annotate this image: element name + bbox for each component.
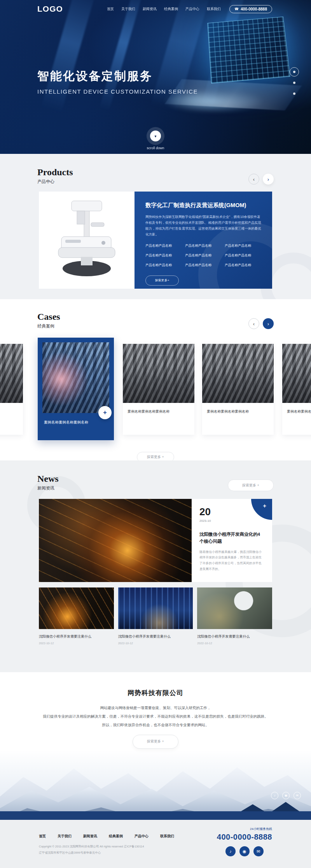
product-link[interactable]: 产品名称产品名称 xyxy=(225,263,261,268)
nav-item-products[interactable]: 产品中心 xyxy=(185,7,199,12)
about-more-button[interactable]: 探索更多 + xyxy=(133,735,178,749)
footer-phone: 400-0000-8888 xyxy=(217,833,272,842)
prev-button[interactable]: ‹ xyxy=(248,174,259,185)
products-header: Products 产品中心 ‹ › xyxy=(37,167,274,185)
about-section: 网势科技有限公司 网站建设与网络营销是一项需要创意、策划、可以深入研究的工作， … xyxy=(0,672,311,750)
featured-title[interactable]: 沈阳微信小程序开发商业化的4个核心问题 xyxy=(199,531,264,545)
chevron-left-icon: ‹ xyxy=(253,321,255,327)
case-image: + xyxy=(42,342,109,413)
wechat-icon[interactable]: ✉ xyxy=(253,846,264,856)
nav-item-about[interactable]: 关于我们 xyxy=(121,7,135,12)
footer-link-about[interactable]: 关于我们 xyxy=(58,834,72,839)
case-card[interactable]: 案例名称案例名称案例名称 xyxy=(0,344,23,435)
prev-button[interactable]: ‹ xyxy=(248,318,259,329)
products-arrows: ‹ › xyxy=(248,174,274,185)
plus-icon: + xyxy=(263,502,266,509)
top-navbar: LOGO 首页 关于我们 新闻资讯 经典案例 产品中心 联系我们 ☎ 400-0… xyxy=(0,0,311,18)
product-slide: 数字化工厂制造执行及营运系统(GMOM) 网势科技作为深耕互联网数字化领域的“国… xyxy=(39,192,272,289)
hotline-label: 24小时服务热线 xyxy=(250,827,272,831)
plus-icon[interactable]: + xyxy=(98,406,112,419)
news-section: News 新闻资讯 探索更多 + + 20 2023-10 沈阳微信小程序开发商… xyxy=(0,460,311,672)
next-button[interactable]: › xyxy=(263,318,274,329)
hero-pagination xyxy=(293,71,295,95)
company-intro: 网站建设与网络营销是一项需要创意、策划、可以深入研究的工作， 我们提供专业的设计… xyxy=(0,704,311,729)
product-image xyxy=(54,199,120,281)
page: LOGO 首页 关于我们 新闻资讯 经典案例 产品中心 联系我们 ☎ 400-0… xyxy=(0,0,311,868)
company-name: 网势科技有限公司 xyxy=(0,688,311,697)
case-label: 案例名称案例名称案例名称 xyxy=(0,403,23,414)
news-image xyxy=(39,587,114,629)
products-more-button[interactable]: 探索更多+ xyxy=(145,275,179,286)
hero-dot[interactable] xyxy=(293,92,295,95)
next-button[interactable]: › xyxy=(263,174,274,185)
nav-item-news[interactable]: 新闻资讯 xyxy=(143,7,157,12)
cases-more-button[interactable]: 探索更多 + xyxy=(137,452,174,460)
footer-link-cases[interactable]: 经典案例 xyxy=(109,834,123,839)
news-date: 2022-10-12 xyxy=(39,641,114,645)
mountain-banner: ♪ ◉ ✉ xyxy=(0,750,311,820)
circuit-cube-image xyxy=(207,17,290,84)
footer-link-contact[interactable]: 联系我们 xyxy=(160,834,174,839)
footer-link-products[interactable]: 产品中心 xyxy=(135,834,149,839)
product-link[interactable]: 产品名称产品名称 xyxy=(225,244,261,248)
product-link[interactable]: 产品名称产品名称 xyxy=(185,244,222,248)
product-title[interactable]: 数字化工厂制造执行及营运系统(GMOM) xyxy=(145,202,261,209)
footer-social: ♪ ◉ ✉ xyxy=(225,846,264,856)
product-link[interactable]: 产品名称产品名称 xyxy=(185,253,222,258)
news-more-button[interactable]: 探索更多 + xyxy=(228,479,274,491)
hotline-button[interactable]: ☎ 400-0000-8888 xyxy=(229,5,272,13)
mountain-image xyxy=(0,750,311,820)
hotline-number: 400-0000-8888 xyxy=(241,7,267,11)
footer-link-home[interactable]: 首页 xyxy=(39,834,46,839)
news-item[interactable]: 沈阳微信小程序开发需要注意什么 2022-10-12 xyxy=(118,587,193,645)
copyright: Copyright © 2011-2023 沈阳网势科技有限公司 All rig… xyxy=(39,845,174,849)
chevron-left-icon: ‹ xyxy=(253,176,255,182)
scroll-down-button[interactable]: ▾ xyxy=(150,131,161,141)
case-image xyxy=(202,344,274,403)
cases-arrows: ‹ › xyxy=(248,318,274,329)
news-image xyxy=(197,587,272,629)
news-image xyxy=(118,587,193,629)
logo[interactable]: LOGO xyxy=(37,4,63,14)
weibo-icon[interactable]: ◉ xyxy=(282,792,290,799)
product-image-card[interactable] xyxy=(39,192,135,289)
case-image xyxy=(0,344,23,403)
featured-news-image[interactable] xyxy=(39,499,192,582)
nav-item-contact[interactable]: 联系我们 xyxy=(207,7,221,12)
nav-item-home[interactable]: 首页 xyxy=(107,7,114,12)
product-links: 产品名称产品名称 产品名称产品名称 产品名称产品名称 产品名称产品名称 产品名称… xyxy=(145,244,261,268)
case-card-active[interactable]: + 案例名称案例名称案例名称 xyxy=(38,338,114,440)
product-link[interactable]: 产品名称产品名称 xyxy=(145,253,182,258)
product-link[interactable]: 产品名称产品名称 xyxy=(145,263,182,268)
wechat-icon[interactable]: ✉ xyxy=(294,792,301,799)
hero-title: 智能化设备定制服务 xyxy=(37,68,198,84)
intro-line: 所以，我们即使放弃合作机会，也不会做不符合专业要求的网站。 xyxy=(0,721,311,729)
cases-section: Cases 经典案例 ‹ › 案例名称案例名称案例名称 + 案例名称案例名称案例… xyxy=(0,299,311,460)
news-item[interactable]: 沈阳微信小程序开发需要注意什么 2022-10-12 xyxy=(197,587,272,645)
scroll-down: ▾ scroll down xyxy=(0,131,311,150)
footer: 首页 关于我们 新闻资讯 经典案例 产品中心 联系我们 Copyright © … xyxy=(0,820,311,868)
case-card[interactable]: 案例名称案例名称案例名称 xyxy=(123,344,194,435)
product-link[interactable]: 产品名称产品名称 xyxy=(225,253,261,258)
nav-item-cases[interactable]: 经典案例 xyxy=(164,7,178,12)
cases-heading: Cases xyxy=(37,312,60,322)
case-label: 案例名称案例名称案例名称 xyxy=(202,403,274,414)
weibo-icon[interactable]: ◉ xyxy=(239,846,250,856)
product-link[interactable]: 产品名称产品名称 xyxy=(145,244,182,248)
douyin-icon[interactable]: ♪ xyxy=(225,846,236,856)
news-item[interactable]: 沈阳微信小程序开发需要注意什么 2022-10-12 xyxy=(39,587,114,645)
news-title[interactable]: 沈阳微信小程序开发需要注意什么 xyxy=(39,634,114,639)
case-image xyxy=(123,344,194,403)
news-title[interactable]: 沈阳微信小程序开发需要注意什么 xyxy=(197,634,272,639)
douyin-icon[interactable]: ♪ xyxy=(271,792,278,799)
hero-dot[interactable] xyxy=(293,82,295,84)
case-card[interactable]: 案例名称案例名称案例名称 xyxy=(282,344,311,435)
product-link[interactable]: 产品名称产品名称 xyxy=(185,263,222,268)
footer-link-news[interactable]: 新闻资讯 xyxy=(83,834,97,839)
phone-icon: ☎ xyxy=(234,7,239,11)
news-title[interactable]: 沈阳微信小程序开发需要注意什么 xyxy=(118,634,193,639)
hero-dot-active[interactable] xyxy=(293,71,295,73)
products-heading: Products xyxy=(37,167,73,178)
featured-news-card[interactable]: + 20 2023-10 沈阳微信小程序开发商业化的4个核心问题 随着微信小程序… xyxy=(192,499,272,582)
case-card[interactable]: 案例名称案例名称案例名称 xyxy=(202,344,274,435)
